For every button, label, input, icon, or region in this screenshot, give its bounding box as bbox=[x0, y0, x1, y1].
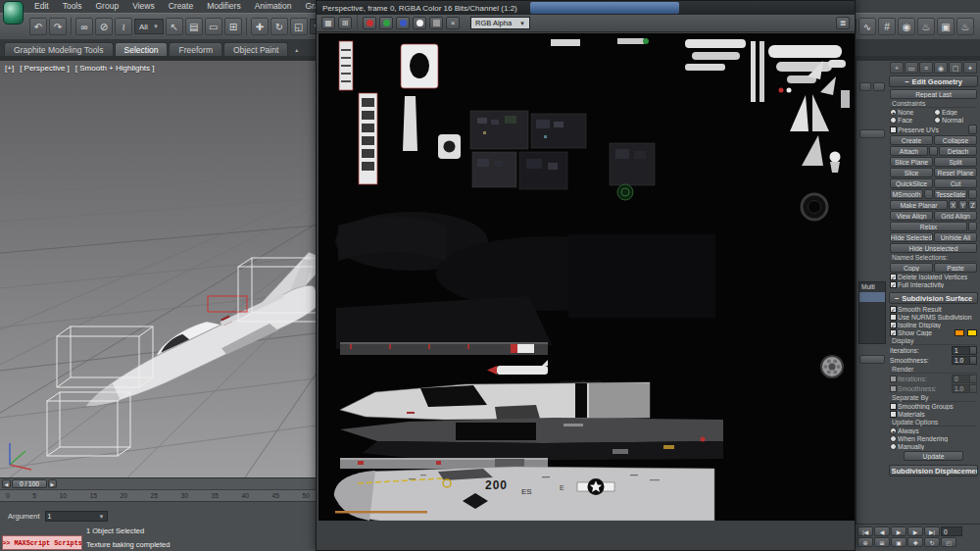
channel-display-dropdown[interactable]: RGB Alpha ▼ bbox=[470, 17, 530, 29]
modify-tab-icon[interactable]: ▭ bbox=[905, 62, 918, 74]
select-and-rotate-icon[interactable]: ↻ bbox=[270, 18, 288, 35]
render-smoothness-checkbox[interactable] bbox=[890, 385, 897, 392]
curve-editor-icon[interactable]: ∿ bbox=[858, 18, 876, 35]
stack-item-multi[interactable]: Multi bbox=[859, 282, 885, 292]
utilities-tab-icon[interactable]: ✦ bbox=[963, 62, 977, 74]
attach-list-button[interactable] bbox=[929, 146, 938, 156]
motion-tab-icon[interactable]: ◉ bbox=[934, 62, 948, 74]
stack-fragment-button[interactable] bbox=[859, 82, 871, 91]
ribbon-minimize-icon[interactable]: ▴ bbox=[295, 46, 298, 53]
rendered-frame-window-icon[interactable]: ▣ bbox=[937, 18, 955, 35]
tab-selection[interactable]: Selection bbox=[115, 42, 169, 56]
detach-button[interactable]: Detach bbox=[939, 146, 977, 156]
go-to-start-icon[interactable]: |◀ bbox=[858, 526, 873, 536]
tab-graphite-modeling-tools[interactable]: Graphite Modeling Tools bbox=[4, 42, 114, 56]
rendered-frame-window[interactable]: Perspective, frame 0, RGBA Color 16 Bits… bbox=[316, 0, 856, 551]
render-smoothness-spinner[interactable]: 1.0 bbox=[952, 384, 977, 393]
edit-geometry-header[interactable]: − Edit Geometry bbox=[889, 75, 978, 87]
render-iterations-checkbox[interactable] bbox=[890, 376, 897, 382]
go-to-end-icon[interactable]: ▶| bbox=[924, 526, 940, 536]
relax-settings-button[interactable] bbox=[968, 222, 977, 231]
render-canvas[interactable]: 200 ES E bbox=[318, 33, 855, 521]
menu-views[interactable]: Views bbox=[125, 0, 162, 13]
isoline-display-checkbox[interactable]: ✓ bbox=[890, 322, 897, 328]
update-always-radio[interactable]: ● bbox=[890, 427, 897, 434]
display-alpha-icon[interactable] bbox=[413, 17, 426, 29]
preserve-uvs-checkbox[interactable] bbox=[890, 126, 897, 133]
constraint-normal-radio[interactable] bbox=[934, 117, 941, 124]
save-bitmap-icon[interactable]: ▦ bbox=[321, 17, 335, 29]
repeat-last-button[interactable]: Repeat Last bbox=[890, 89, 977, 99]
update-when-rendering-radio[interactable] bbox=[890, 435, 897, 442]
stack-fragment-button[interactable] bbox=[859, 129, 885, 138]
cage-face-color-swatch[interactable] bbox=[967, 329, 977, 336]
stack-fragment-button[interactable] bbox=[859, 355, 885, 364]
undo-icon[interactable]: ↶ bbox=[29, 18, 47, 35]
view-align-button[interactable]: View Align bbox=[890, 211, 933, 221]
viewport-menu-view[interactable]: [ Perspective ] bbox=[20, 64, 70, 73]
clone-window-icon[interactable]: ⊞ bbox=[338, 17, 352, 29]
viewport-menu-shading[interactable]: [ Smooth + Highlights ] bbox=[75, 64, 155, 73]
material-editor-icon[interactable]: ◉ bbox=[898, 18, 915, 35]
split-button[interactable]: Split bbox=[934, 157, 977, 167]
planar-z-button[interactable]: Z bbox=[968, 200, 977, 210]
materials-checkbox[interactable] bbox=[890, 411, 897, 418]
reset-plane-button[interactable]: Reset Plane bbox=[934, 168, 977, 177]
rectangular-region-icon[interactable]: ▭ bbox=[205, 18, 222, 35]
planar-y-button[interactable]: Y bbox=[958, 200, 967, 210]
constraint-face-radio[interactable] bbox=[890, 117, 897, 124]
select-by-name-icon[interactable]: ▤ bbox=[185, 18, 203, 35]
create-button[interactable]: Create bbox=[890, 135, 933, 145]
enable-green-channel-icon[interactable] bbox=[379, 17, 393, 29]
constraint-none-radio[interactable]: ● bbox=[890, 109, 897, 116]
select-and-link-icon[interactable]: ∞ bbox=[75, 18, 93, 35]
menu-group[interactable]: Group bbox=[89, 0, 126, 13]
copy-button[interactable]: Copy bbox=[890, 263, 933, 273]
tessellate-button[interactable]: Tessellate bbox=[934, 189, 967, 199]
viewport-canvas[interactable] bbox=[0, 61, 316, 477]
cage-edge-color-swatch[interactable] bbox=[955, 329, 964, 336]
tab-object-paint[interactable]: Object Paint bbox=[223, 42, 288, 56]
clear-image-icon[interactable]: × bbox=[446, 17, 460, 29]
next-frame-icon[interactable]: ▶ bbox=[907, 526, 923, 536]
window-crossing-icon[interactable]: ⊞ bbox=[224, 18, 242, 35]
maxscript-mini-listener[interactable]: >> MAXScript Scripts bbox=[2, 535, 82, 550]
bind-to-space-warp-icon[interactable]: ≀ bbox=[115, 18, 132, 35]
hide-unselected-button[interactable]: Hide Unselected bbox=[890, 243, 977, 253]
grid-align-button[interactable]: Grid Align bbox=[934, 211, 977, 221]
monochrome-icon[interactable] bbox=[429, 17, 443, 29]
quickslice-button[interactable]: QuickSlice bbox=[890, 178, 933, 188]
stack-item[interactable] bbox=[859, 302, 885, 312]
tessellate-settings-button[interactable] bbox=[968, 189, 977, 199]
make-planar-button[interactable]: Make Planar bbox=[890, 200, 948, 210]
msmooth-button[interactable]: MSmooth bbox=[890, 189, 923, 199]
planar-x-button[interactable]: X bbox=[949, 200, 957, 210]
viewport-menu-plus[interactable]: [+] bbox=[5, 64, 14, 73]
zoom-all-icon[interactable]: ⊞ bbox=[874, 537, 890, 547]
tab-freeform[interactable]: Freeform bbox=[169, 42, 221, 56]
3ds-max-logo[interactable] bbox=[3, 1, 24, 25]
menu-animation[interactable]: Animation bbox=[248, 0, 299, 13]
menu-create[interactable]: Create bbox=[162, 0, 201, 13]
previous-frame-icon[interactable]: ◀ bbox=[874, 526, 890, 536]
time-slider[interactable]: ◀ 0 / 100 ▶ bbox=[0, 477, 316, 489]
subdivision-displacement-header[interactable]: − Subdivision Displacement bbox=[889, 465, 978, 476]
track-bar[interactable]: 0 5 10 15 20 25 30 35 40 45 50 bbox=[0, 489, 316, 501]
spinner-icon[interactable]: ▼ bbox=[99, 514, 105, 520]
perspective-viewport[interactable]: [+] [ Perspective ] [ Smooth + Highlight… bbox=[0, 61, 316, 477]
current-frame-field[interactable]: 0 bbox=[941, 526, 962, 536]
relax-button[interactable]: Relax bbox=[890, 222, 967, 231]
create-tab-icon[interactable]: + bbox=[890, 62, 904, 74]
select-object-icon[interactable]: ↖ bbox=[166, 18, 183, 35]
render-window-titlebar[interactable]: Perspective, frame 0, RGBA Color 16 Bits… bbox=[317, 1, 855, 15]
paste-button[interactable]: Paste bbox=[934, 263, 977, 273]
play-animation-icon[interactable]: ▶ bbox=[891, 526, 906, 536]
slice-button[interactable]: Slice bbox=[890, 168, 933, 177]
select-and-scale-icon[interactable]: ◱ bbox=[290, 18, 308, 35]
constraint-edge-radio[interactable] bbox=[934, 109, 941, 116]
time-forward-icon[interactable]: ▶ bbox=[48, 479, 57, 488]
smoothing-groups-checkbox[interactable] bbox=[890, 403, 897, 410]
hierarchy-tab-icon[interactable]: ≡ bbox=[919, 62, 933, 74]
slice-plane-button[interactable]: Slice Plane bbox=[890, 157, 933, 167]
render-production-icon[interactable]: ♨ bbox=[956, 18, 974, 35]
